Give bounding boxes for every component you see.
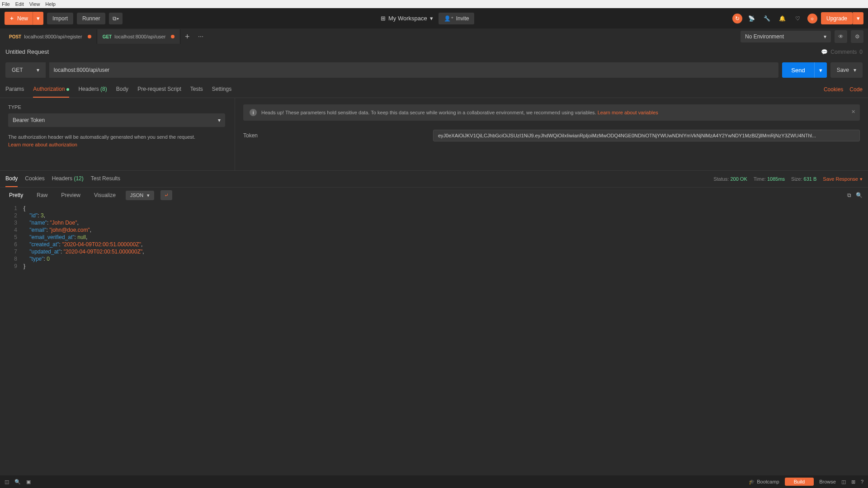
dirty-indicator-icon	[88, 35, 91, 38]
url-row: GET ▾ Send ▾ Save ▾	[0, 59, 868, 81]
resp-tab-body[interactable]: Body	[5, 171, 18, 187]
new-tab-button[interactable]: +	[180, 32, 194, 42]
code-line: 4 "email": "john@doe.com",	[0, 226, 868, 234]
main-toolbar: ＋ New ▾ Import Runner ⧉▾ ⊞ My Workspace …	[0, 8, 868, 28]
request-tab-register[interactable]: POST localhost:8000/api/register	[4, 29, 97, 44]
resp-tab-tests[interactable]: Test Results	[91, 171, 120, 187]
bootcamp-button[interactable]: 🎓 Bootcamp	[749, 479, 779, 485]
two-pane-icon[interactable]: ◫	[841, 479, 846, 485]
environment-selector[interactable]: No Environment ▾	[741, 31, 831, 42]
cookies-link[interactable]: Cookies	[824, 86, 843, 93]
dirty-indicator-icon	[171, 35, 175, 38]
bell-icon[interactable]: 🔔	[777, 13, 788, 24]
upgrade-dropdown[interactable]: ▾	[853, 12, 863, 24]
url-input[interactable]	[49, 62, 779, 78]
send-button[interactable]: Send	[782, 62, 814, 78]
chevron-down-icon: ▾	[430, 15, 433, 22]
help-icon[interactable]: ?	[861, 479, 863, 484]
response-body[interactable]: 1{2 "id": 3,3 "name": "John Doe",4 "emai…	[0, 203, 868, 272]
menu-help[interactable]: Help	[45, 1, 56, 7]
code-link[interactable]: Code	[849, 86, 863, 93]
tab-authorization[interactable]: Authorization	[33, 81, 69, 98]
token-label: Token	[243, 132, 433, 139]
tab-headers[interactable]: Headers (8)	[78, 81, 107, 98]
capture-icon: ⧉▾	[113, 15, 119, 22]
menu-file[interactable]: File	[2, 1, 10, 7]
invite-button[interactable]: 👤⁺ Invite	[439, 13, 475, 24]
code-line: 7 "updated_at": "2020-04-09T02:00:51.000…	[0, 248, 868, 255]
auth-learn-link[interactable]: Learn more about authorization	[8, 142, 77, 147]
auth-type-selector[interactable]: Bearer Token ▾	[8, 113, 225, 127]
plus-icon: ＋	[9, 14, 14, 22]
banner-learn-link[interactable]: Learn more about variables	[598, 110, 658, 115]
browse-button[interactable]: Browse	[819, 479, 836, 484]
tab-params[interactable]: Params	[5, 81, 24, 98]
new-button[interactable]: ＋ New	[5, 12, 33, 25]
auth-note: The authorization header will be automat…	[8, 133, 226, 148]
satellite-icon[interactable]: 📡	[746, 13, 758, 24]
response-view-tabs: Pretty Raw Preview Visualize JSON ▾ ⤶ ⧉ …	[0, 188, 868, 203]
menu-edit[interactable]: Edit	[15, 1, 24, 7]
copy-icon[interactable]: ⧉	[847, 192, 851, 198]
sync-icon[interactable]: ↻	[732, 14, 742, 23]
explore-icon[interactable]: ⟐	[807, 14, 817, 23]
tab-prerequest[interactable]: Pre-request Script	[137, 81, 181, 98]
console-icon[interactable]: ▣	[26, 479, 31, 485]
tab-body[interactable]: Body	[116, 81, 128, 98]
request-title: Untitled Request	[5, 48, 49, 55]
upgrade-button[interactable]: Upgrade	[821, 12, 853, 24]
comments-button[interactable]: 💬 Comments 0	[821, 49, 863, 55]
menu-view[interactable]: View	[29, 1, 40, 7]
tab-tests[interactable]: Tests	[190, 81, 203, 98]
workspace-selector[interactable]: ⊞ My Workspace ▾	[381, 15, 433, 22]
code-line: 9}	[0, 263, 868, 270]
tab-settings[interactable]: Settings	[212, 81, 231, 98]
menubar: File Edit View Help	[0, 0, 868, 8]
info-banner: i Heads up! These parameters hold sensit…	[243, 104, 860, 121]
heart-icon[interactable]: ♡	[792, 13, 804, 24]
grid-icon: ⊞	[381, 15, 386, 22]
find-icon[interactable]: 🔍	[14, 479, 21, 485]
format-selector[interactable]: JSON ▾	[126, 191, 154, 200]
chevron-down-icon: ▾	[824, 33, 826, 40]
layout-icon[interactable]: ⊞	[851, 479, 855, 485]
save-response-button[interactable]: Save Response ▾	[823, 176, 863, 182]
auth-type-label: TYPE	[8, 104, 226, 110]
view-raw[interactable]: Raw	[33, 190, 51, 200]
request-tab-user[interactable]: GET localhost:8000/api/user	[97, 29, 181, 44]
send-dropdown[interactable]: ▾	[814, 62, 827, 78]
wrap-lines-button[interactable]: ⤶	[160, 190, 172, 200]
code-line: 2 "id": 3,	[0, 212, 868, 219]
response-tabs: Body Cookies Headers (12) Test Results S…	[0, 170, 868, 188]
code-line: 3 "name": "John Doe",	[0, 219, 868, 226]
close-icon[interactable]: ✕	[851, 109, 855, 115]
token-input[interactable]: eyJ0eXAiOiJKV1QiLCJhbGciOiJSUzI1NiJ9.eyJ…	[433, 130, 860, 141]
view-visualize[interactable]: Visualize	[90, 190, 119, 200]
env-settings-button[interactable]: ⚙	[851, 30, 863, 43]
build-button[interactable]: Build	[785, 478, 814, 486]
code-line: 8 "type": 0	[0, 255, 868, 263]
wrench-icon[interactable]: 🔧	[761, 13, 773, 24]
tab-overflow-button[interactable]: ⋯	[194, 33, 208, 40]
code-line: 5 "email_verified_at": null,	[0, 234, 868, 241]
resp-tab-headers[interactable]: Headers (12)	[52, 171, 84, 187]
save-button[interactable]: Save ▾	[830, 62, 863, 78]
status-bar: ◫ 🔍 ▣ 🎓 Bootcamp Build Browse ◫ ⊞ ?	[0, 475, 868, 488]
view-preview[interactable]: Preview	[57, 190, 84, 200]
new-dropdown[interactable]: ▾	[33, 12, 43, 25]
search-icon[interactable]: 🔍	[856, 192, 863, 198]
chevron-down-icon: ▾	[860, 176, 863, 182]
view-pretty[interactable]: Pretty	[5, 190, 27, 200]
request-sub-tabs: Params Authorization Headers (8) Body Pr…	[0, 81, 868, 98]
sidebar-toggle-icon[interactable]: ◫	[5, 479, 9, 485]
env-quicklook-button[interactable]: 👁	[835, 30, 847, 43]
capture-button[interactable]: ⧉▾	[109, 13, 123, 24]
method-selector[interactable]: GET ▾	[5, 62, 46, 78]
import-button[interactable]: Import	[47, 13, 73, 24]
invite-icon: 👤⁺	[444, 15, 453, 22]
request-title-bar: Untitled Request 💬 Comments 0	[0, 45, 868, 59]
resp-tab-cookies[interactable]: Cookies	[25, 171, 44, 187]
runner-button[interactable]: Runner	[77, 13, 105, 24]
wrap-icon: ⤶	[164, 192, 169, 198]
chevron-down-icon: ▾	[147, 192, 150, 198]
